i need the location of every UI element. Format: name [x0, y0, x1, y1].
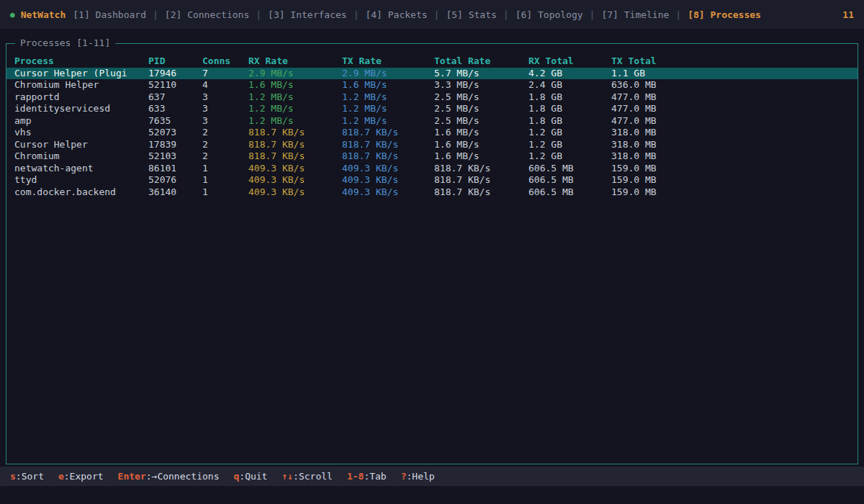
cell-rx-total: 606.5 MB: [528, 163, 611, 175]
cell-conns: 1: [202, 163, 248, 175]
panel-title: Processes [1-11]: [15, 37, 115, 48]
cell-tx-rate: 2.9 MB/s: [342, 68, 434, 80]
hint-description: :Scroll: [293, 471, 333, 482]
tab-8-processes[interactable]: [8] Processes: [688, 9, 761, 20]
col-header-rx-total[interactable]: RX Total: [528, 55, 611, 68]
table-row[interactable]: com.docker.backend361401409.3 KB/s409.3 …: [6, 186, 858, 199]
tab-separator: |: [347, 9, 366, 20]
table-row[interactable]: amp763531.2 MB/s1.2 MB/s2.5 MB/s1.8 GB47…: [6, 115, 858, 127]
status-bar: s:Sorte:ExportEnter:→Connectionsq:Quit↑↓…: [0, 467, 864, 486]
cell-tx-rate: 1.2 MB/s: [342, 91, 434, 104]
table-row[interactable]: vhs520732818.7 KB/s818.7 KB/s1.6 MB/s1.2…: [6, 127, 858, 139]
hint-key: ↑↓: [282, 471, 293, 482]
tab-3-interfaces[interactable]: [3] Interfaces: [268, 9, 347, 20]
tab-separator: |: [249, 9, 268, 20]
cell-tx-total: 477.0 MB: [611, 103, 858, 115]
cell-conns: 3: [202, 103, 248, 115]
cell-rx-total: 1.2 GB: [528, 139, 611, 151]
cell-tx-total: 477.0 MB: [611, 115, 858, 127]
hint-description: :Export: [64, 471, 104, 482]
cell-tx-total: 159.0 MB: [611, 163, 858, 175]
statusbar-hint-scroll: ↑↓:Scroll: [282, 471, 332, 482]
tab-6-topology[interactable]: [6] Topology: [516, 9, 583, 20]
cell-pid: 52110: [148, 79, 202, 91]
cell-total-rate: 1.6 MB/s: [434, 150, 528, 163]
cell-tx-rate: 409.3 KB/s: [342, 174, 434, 186]
cell-tx-rate: 1.2 MB/s: [342, 115, 434, 127]
table-row[interactable]: ttyd520761409.3 KB/s409.3 KB/s818.7 KB/s…: [6, 174, 858, 186]
cell-rx-rate: 2.9 MB/s: [248, 68, 342, 80]
cell-tx-total: 318.0 MB: [611, 150, 858, 163]
hint-key: Enter: [118, 471, 146, 482]
cell-total-rate: 1.6 MB/s: [434, 139, 528, 151]
hint-key: e: [58, 471, 64, 482]
col-header-conns[interactable]: Conns: [202, 55, 248, 68]
col-header-process[interactable]: Process: [14, 55, 148, 68]
process-table: Process PID Conns RX Rate TX Rate Total …: [6, 44, 858, 198]
cell-rx-total: 1.2 GB: [528, 127, 611, 139]
cell-pid: 633: [148, 103, 202, 115]
cell-pid: 52103: [148, 150, 202, 163]
statusbar-hint-tab: 1-8:Tab: [347, 471, 387, 482]
tab-separator: |: [497, 9, 516, 20]
table-row[interactable]: rapportd63731.2 MB/s1.2 MB/s2.5 MB/s1.8 …: [6, 91, 858, 104]
status-dot-icon: ●: [10, 10, 15, 19]
cell-rx-rate: 1.2 MB/s: [248, 91, 342, 104]
cell-total-rate: 2.5 MB/s: [434, 91, 528, 104]
table-row[interactable]: Chromium Helper5211041.6 MB/s1.6 MB/s3.3…: [6, 79, 858, 91]
cell-rx-rate: 818.7 KB/s: [248, 150, 342, 163]
header-count: 11: [842, 9, 854, 20]
cell-pid: 17946: [148, 68, 202, 80]
cell-tx-rate: 409.3 KB/s: [342, 163, 434, 175]
cell-process: netwatch-agent: [14, 163, 148, 175]
statusbar-hint-connections: Enter:→Connections: [118, 471, 220, 482]
cell-pid: 17839: [148, 139, 202, 151]
tab-separator: |: [146, 9, 165, 20]
cell-process: ttyd: [14, 174, 148, 186]
hint-description: :Sort: [16, 471, 44, 482]
col-header-pid[interactable]: PID: [148, 55, 202, 68]
tab-7-timeline[interactable]: [7] Timeline: [601, 9, 669, 20]
tab-separator: |: [583, 9, 602, 20]
cell-pid: 86101: [148, 163, 202, 175]
cell-conns: 1: [202, 186, 248, 199]
cell-conns: 7: [202, 68, 248, 80]
cell-tx-rate: 409.3 KB/s: [342, 186, 434, 199]
cell-conns: 3: [202, 115, 248, 127]
cell-conns: 1: [202, 174, 248, 186]
cell-rx-total: 1.8 GB: [528, 115, 611, 127]
statusbar-hint-sort: s:Sort: [10, 471, 44, 482]
cell-rx-total: 1.8 GB: [528, 91, 611, 104]
cell-conns: 4: [202, 79, 248, 91]
cell-total-rate: 1.6 MB/s: [434, 127, 528, 139]
table-header-row: Process PID Conns RX Rate TX Rate Total …: [6, 55, 858, 68]
tab-5-stats[interactable]: [5] Stats: [446, 9, 496, 20]
hint-description: :Tab: [364, 471, 386, 482]
cell-process: com.docker.backend: [14, 186, 148, 199]
tab-bar-tabs: ● NetWatch [1] Dashboard|[2] Connections…: [10, 9, 761, 20]
cell-total-rate: 3.3 MB/s: [434, 79, 528, 91]
table-row[interactable]: Cursor Helper (Plugi1794672.9 MB/s2.9 MB…: [6, 68, 858, 80]
hint-description: :Quit: [239, 471, 267, 482]
col-header-rx-rate[interactable]: RX Rate: [248, 55, 342, 68]
table-row[interactable]: Chromium521032818.7 KB/s818.7 KB/s1.6 MB…: [6, 150, 858, 163]
cell-tx-rate: 818.7 KB/s: [342, 127, 434, 139]
top-tab-bar: ● NetWatch [1] Dashboard|[2] Connections…: [0, 0, 864, 29]
hint-key: ?: [401, 471, 407, 482]
table-row[interactable]: Cursor Helper178392818.7 KB/s818.7 KB/s1…: [6, 139, 858, 151]
tab-2-connections[interactable]: [2] Connections: [165, 9, 249, 20]
table-row[interactable]: identityservicesd63331.2 MB/s1.2 MB/s2.5…: [6, 103, 858, 115]
hint-description: :Help: [407, 471, 435, 482]
tab-1-dashboard[interactable]: [1] Dashboard: [73, 9, 146, 20]
cell-tx-total: 636.0 MB: [611, 79, 858, 91]
cell-total-rate: 2.5 MB/s: [434, 103, 528, 115]
cell-tx-rate: 818.7 KB/s: [342, 139, 434, 151]
cell-rx-rate: 1.6 MB/s: [248, 79, 342, 91]
table-row[interactable]: netwatch-agent861011409.3 KB/s409.3 KB/s…: [6, 163, 858, 175]
tab-4-packets[interactable]: [4] Packets: [365, 9, 427, 20]
col-header-total-rate[interactable]: Total Rate: [434, 55, 528, 68]
cell-rx-total: 4.2 GB: [528, 68, 611, 80]
col-header-tx-total[interactable]: TX Total: [611, 55, 858, 68]
col-header-tx-rate[interactable]: TX Rate: [342, 55, 434, 68]
cell-process: rapportd: [14, 91, 148, 104]
